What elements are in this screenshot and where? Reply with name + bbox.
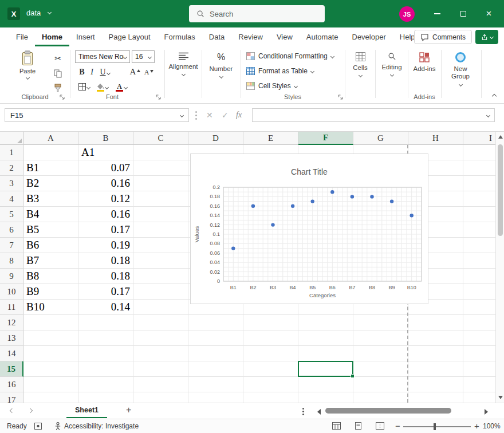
cell-I2[interactable] xyxy=(463,160,495,176)
cell-C17[interactable] xyxy=(133,392,188,403)
cell-A17[interactable] xyxy=(23,392,78,403)
row-header-4[interactable]: 4 xyxy=(0,191,23,207)
row-header-17[interactable]: 17 xyxy=(0,392,23,403)
column-header-D[interactable]: D xyxy=(188,132,243,145)
maximize-button[interactable] xyxy=(450,0,476,27)
page-layout-view-icon[interactable] xyxy=(354,422,363,430)
zoom-slider-thumb[interactable] xyxy=(434,423,436,430)
cell-E15[interactable] xyxy=(243,361,298,377)
cell-B8[interactable]: 0.18 xyxy=(78,253,133,269)
cell-D12[interactable] xyxy=(188,315,243,330)
cell-H17[interactable] xyxy=(408,392,463,403)
cell-B10[interactable]: 0.17 xyxy=(78,284,133,300)
collapse-ribbon-chevron-icon[interactable] xyxy=(492,94,497,99)
name-box[interactable]: F15 xyxy=(5,108,189,122)
cell-I7[interactable] xyxy=(463,238,495,253)
cell-G17[interactable] xyxy=(353,392,408,403)
cell-E14[interactable] xyxy=(243,346,298,361)
cell-B14[interactable] xyxy=(78,346,133,361)
vertical-scroll-thumb[interactable] xyxy=(498,144,503,236)
chart-object[interactable]: 00.020.040.060.080.10.120.140.160.180.2B… xyxy=(190,153,428,304)
cell-H12[interactable] xyxy=(408,315,463,330)
column-header-C[interactable]: C xyxy=(133,132,188,145)
cell-A8[interactable]: B7 xyxy=(23,253,78,269)
cell-D15[interactable] xyxy=(188,361,243,377)
cell-I8[interactable] xyxy=(463,253,495,269)
conditional-formatting-button[interactable]: Conditional Formatting xyxy=(246,52,334,60)
cell-H14[interactable] xyxy=(408,346,463,361)
cell-D16[interactable] xyxy=(188,377,243,392)
cell-G12[interactable] xyxy=(353,315,408,330)
styles-dialog-launcher[interactable] xyxy=(338,95,343,100)
cell-C8[interactable] xyxy=(133,253,188,269)
cell-I15[interactable] xyxy=(463,361,495,377)
increase-font-size-button[interactable]: A xyxy=(128,65,142,78)
add-sheet-button[interactable]: + xyxy=(126,405,131,415)
cell-C4[interactable] xyxy=(133,191,188,207)
accessibility-status[interactable]: Accessibility: Investigate xyxy=(64,422,139,430)
cell-E16[interactable] xyxy=(243,377,298,392)
cell-B3[interactable]: 0.16 xyxy=(78,176,133,191)
row-header-13[interactable]: 13 xyxy=(0,330,23,346)
cell-B4[interactable]: 0.12 xyxy=(78,191,133,207)
cell-I6[interactable] xyxy=(463,222,495,238)
row-header-14[interactable]: 14 xyxy=(0,346,23,361)
cell-H13[interactable] xyxy=(408,330,463,346)
tab-review[interactable]: Review xyxy=(231,27,270,46)
formula-input[interactable] xyxy=(252,108,495,122)
row-header-5[interactable]: 5 xyxy=(0,207,23,222)
cell-C2[interactable] xyxy=(133,160,188,176)
row-header-2[interactable]: 2 xyxy=(0,160,23,176)
cell-H16[interactable] xyxy=(408,377,463,392)
cell-F12[interactable] xyxy=(298,315,353,330)
document-title[interactable]: data xyxy=(26,9,41,17)
cell-I4[interactable] xyxy=(463,191,495,207)
cell-C5[interactable] xyxy=(133,207,188,222)
cell-I12[interactable] xyxy=(463,315,495,330)
cell-A16[interactable] xyxy=(23,377,78,392)
tab-view[interactable]: View xyxy=(270,27,300,46)
copy-button[interactable] xyxy=(52,67,64,80)
cell-E13[interactable] xyxy=(243,330,298,346)
tab-insert[interactable]: Insert xyxy=(69,27,102,46)
editing-group-button[interactable]: Editing xyxy=(376,52,407,76)
minimize-button[interactable] xyxy=(424,0,450,27)
cell-I5[interactable] xyxy=(463,207,495,222)
font-color-button[interactable]: A xyxy=(113,80,129,93)
comments-button[interactable]: Comments xyxy=(414,30,472,44)
excel-app-icon[interactable]: X xyxy=(7,7,20,20)
new-group-button[interactable]: New Group xyxy=(443,52,478,86)
share-button[interactable] xyxy=(475,30,498,44)
row-header-6[interactable]: 6 xyxy=(0,222,23,238)
bold-button[interactable]: B xyxy=(77,65,87,78)
cell-C12[interactable] xyxy=(133,315,188,330)
close-button[interactable]: × xyxy=(476,0,502,27)
cell-B2[interactable]: 0.07 xyxy=(78,160,133,176)
cell-C9[interactable] xyxy=(133,269,188,284)
cell-C3[interactable] xyxy=(133,176,188,191)
zoom-out-button[interactable]: − xyxy=(395,421,400,431)
row-header-9[interactable]: 9 xyxy=(0,269,23,284)
cell-C16[interactable] xyxy=(133,377,188,392)
font-size-combo[interactable]: 16 xyxy=(132,50,155,63)
tab-file[interactable]: File xyxy=(9,27,35,46)
title-chevron-down-icon[interactable] xyxy=(48,10,52,14)
zoom-slider-track[interactable] xyxy=(403,426,471,427)
cell-C1[interactable] xyxy=(133,145,188,160)
number-group-button[interactable]: % Number xyxy=(203,52,239,78)
cell-C7[interactable] xyxy=(133,238,188,253)
row-header-11[interactable]: 11 xyxy=(0,300,23,315)
cell-I13[interactable] xyxy=(463,330,495,346)
cell-H15[interactable] xyxy=(408,361,463,377)
cell-G15[interactable] xyxy=(353,361,408,377)
tab-data[interactable]: Data xyxy=(202,27,231,46)
cell-D14[interactable] xyxy=(188,346,243,361)
column-header-H[interactable]: H xyxy=(408,132,463,145)
accessibility-person-icon[interactable] xyxy=(54,422,61,431)
row-header-10[interactable]: 10 xyxy=(0,284,23,300)
cell-A6[interactable]: B5 xyxy=(23,222,78,238)
cell-I17[interactable] xyxy=(463,392,495,403)
macro-record-icon[interactable] xyxy=(34,423,42,430)
cell-A11[interactable]: B10 xyxy=(23,300,78,315)
cell-A9[interactable]: B8 xyxy=(23,269,78,284)
